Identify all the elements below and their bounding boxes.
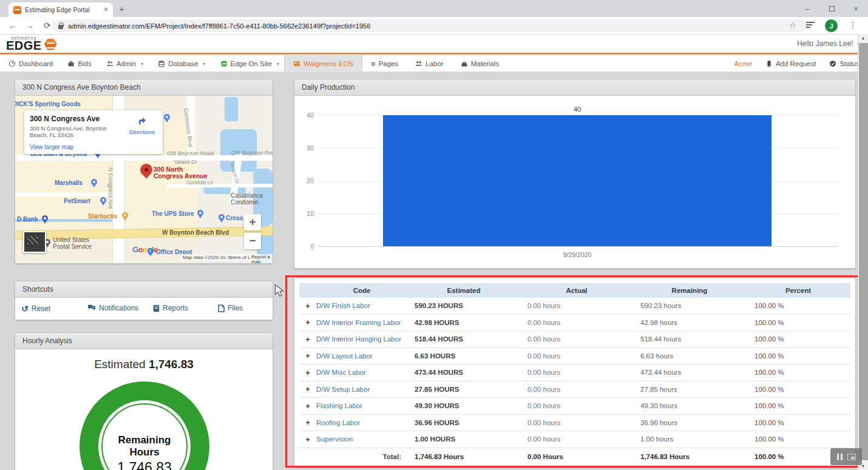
labor-code-link[interactable]: D/W Finish Labor — [316, 302, 407, 309]
labor-code-link[interactable]: Supervision — [316, 435, 407, 443]
bar-series[interactable] — [383, 115, 771, 246]
briefcase-icon — [67, 60, 75, 67]
phone-icon — [765, 60, 773, 67]
labor-code-link[interactable]: D/W Setup Labor — [316, 386, 407, 393]
shortcut-reports[interactable]: Reports — [152, 304, 188, 312]
scroll-up-icon[interactable]: ▲ — [858, 36, 868, 40]
extension-icon[interactable] — [806, 22, 815, 29]
map-pin-icon[interactable] — [122, 212, 128, 218]
nav-admin[interactable]: Admin ▾ — [106, 60, 144, 67]
hamburger-icon: ≡ — [371, 59, 376, 69]
nav-status[interactable]: Status — [829, 60, 860, 67]
expand-row-icon[interactable]: + — [299, 384, 316, 394]
map-pin-icon[interactable] — [42, 215, 48, 221]
labor-code-link[interactable]: D/W Layout Labor — [316, 352, 407, 360]
tab-close-icon[interactable]: × — [104, 5, 108, 14]
window-close-button[interactable]: × — [844, 0, 868, 17]
labor-code-link[interactable]: D/W Interior Framing Labor — [316, 319, 407, 326]
map-label[interactable]: PetSmart — [64, 198, 90, 204]
people-icon — [415, 60, 422, 67]
scrollbar-thumb[interactable] — [859, 43, 868, 460]
map-label[interactable]: D Bank — [17, 216, 38, 223]
expand-row-icon[interactable]: + — [299, 368, 316, 377]
tab-labor[interactable]: Labor — [407, 55, 452, 72]
url-text[interactable]: admin.edgeestimator.com/EFM/Project/Inde… — [68, 22, 370, 30]
map-label[interactable]: DICK'S Sporting Goods — [15, 101, 81, 107]
y-tick: 20 — [296, 177, 314, 184]
browser-tab-strip: Estimating Edge Portal × + – × — [0, 0, 868, 17]
browser-toolbar: ← → ⟳ admin.edgeestimator.com/EFM/Projec… — [0, 17, 868, 35]
shortcut-files[interactable]: Files — [218, 304, 243, 312]
map-pin-icon[interactable] — [197, 210, 203, 216]
map-label: Gondola Ln — [186, 180, 213, 186]
page-scrollbar[interactable]: ▲ ▼ — [858, 34, 868, 470]
expand-row-icon[interactable]: + — [299, 418, 316, 427]
map-pin-icon[interactable] — [91, 179, 97, 185]
address-bar[interactable]: admin.edgeestimator.com/EFM/Project/Inde… — [52, 19, 807, 32]
browser-tab[interactable]: Estimating Edge Portal × — [8, 2, 113, 17]
window-restore-button[interactable] — [819, 0, 844, 17]
expand-row-icon[interactable]: + — [299, 351, 316, 360]
street-view-thumbnail[interactable] — [23, 231, 46, 253]
map-label[interactable]: Marshalls — [55, 180, 83, 186]
labor-code-link[interactable]: Roofing Labor — [316, 419, 407, 426]
bar-chart: 40 30 20 10 0 40 9/29/2020 — [294, 96, 855, 269]
remaining-hours-donut[interactable]: Remaining Hours 1,746.83 — [80, 381, 209, 470]
map-label[interactable]: The UPS Store — [152, 210, 194, 217]
labor-code-link[interactable]: Flashing Labor — [316, 402, 407, 409]
pause-icon[interactable] — [837, 454, 843, 460]
shortcut-notifications[interactable]: Notifications — [87, 304, 138, 312]
reports-icon — [152, 304, 160, 312]
bookmark-star-icon[interactable]: ☆ — [789, 21, 796, 30]
map-label: N Congress Ave — [107, 167, 114, 209]
back-icon[interactable]: ← — [8, 21, 17, 30]
expand-row-icon[interactable]: + — [299, 401, 316, 411]
report-error-link[interactable]: Report a map error — [249, 254, 273, 263]
y-tick: 30 — [296, 144, 314, 152]
map-pin-icon[interactable] — [100, 197, 106, 203]
browser-menu-icon[interactable]: ⋮ — [849, 20, 857, 30]
tab-materials[interactable]: Materials — [452, 55, 508, 72]
expand-row-icon[interactable]: + — [299, 335, 316, 344]
table-row: + D/W Interior Framing Labor 42.98 HOURS… — [299, 315, 850, 332]
nav-acme[interactable]: Acme — [734, 60, 751, 67]
col-code: Code — [316, 287, 407, 294]
nav-database[interactable]: Database ▾ — [158, 60, 205, 67]
view-larger-map-link[interactable]: View larger map — [30, 144, 73, 150]
video-control-overlay[interactable] — [830, 448, 862, 465]
tab-walgreens-eos[interactable]: Walgreens EOS — [284, 55, 362, 72]
expand-row-icon[interactable]: + — [299, 301, 316, 311]
directions-button[interactable]: Directions — [129, 116, 155, 135]
labor-code-link[interactable]: D/W Misc Labor — [316, 369, 407, 376]
google-map[interactable]: DICK'S Sporting Goods Commons Blvd Old B… — [15, 96, 273, 263]
table-row: + D/W Misc Labor 473.44 HOURS 0.00 hours… — [299, 364, 850, 381]
picture-in-picture-icon[interactable] — [847, 454, 856, 460]
shortcuts-card: Shortcuts ↺ Reset Notifications Reports … — [15, 281, 273, 320]
new-tab-button[interactable]: + — [119, 4, 124, 14]
map-zoom-out-button[interactable]: − — [244, 233, 261, 249]
nav-bids[interactable]: Bids — [67, 60, 91, 67]
map-pin-icon[interactable] — [164, 114, 170, 120]
tab-pages[interactable]: ≡ Pages — [362, 55, 407, 72]
table-row: + Flashing Labor 49.30 HOURS 0.00 hours … — [299, 398, 850, 415]
nav-dashboard[interactable]: Dashboard — [8, 60, 53, 67]
forward-icon[interactable]: → — [25, 21, 34, 30]
y-tick: 40 — [296, 112, 314, 119]
labor-code-link[interactable]: D/W Interior Hanging Labor — [316, 335, 407, 343]
map-zoom-in-button[interactable]: + — [244, 214, 261, 230]
reload-icon[interactable]: ⟳ — [44, 21, 51, 30]
table-row: + D/W Interior Hanging Labor 518.44 HOUR… — [299, 331, 850, 348]
expand-row-icon[interactable]: + — [299, 435, 316, 444]
window-minimize-button[interactable]: – — [795, 0, 819, 17]
browser-avatar[interactable]: J — [825, 19, 838, 32]
nav-edge-on-site[interactable]: Edge On Site ▾ — [220, 60, 279, 67]
shortcuts-title: Shortcuts — [15, 281, 273, 298]
edge-logo[interactable]: estimating EDGE — [6, 36, 57, 51]
expand-row-icon[interactable]: + — [299, 318, 316, 327]
map-label: CasablancaCondomin — [231, 192, 263, 206]
shortcut-reset[interactable]: ↺ Reset — [21, 304, 50, 314]
user-greeting-menu[interactable]: Hello James Lee! ▾ — [797, 39, 860, 48]
map-pin-icon[interactable] — [219, 214, 225, 220]
nav-add-request[interactable]: Add Request — [765, 60, 816, 67]
map-label[interactable]: Starbucks — [88, 213, 117, 220]
